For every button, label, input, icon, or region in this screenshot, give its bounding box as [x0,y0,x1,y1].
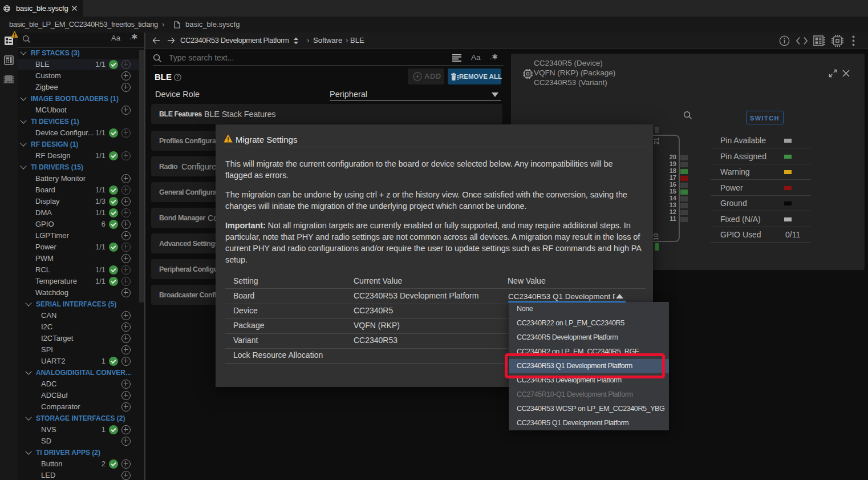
svg-text:?: ? [176,74,179,80]
